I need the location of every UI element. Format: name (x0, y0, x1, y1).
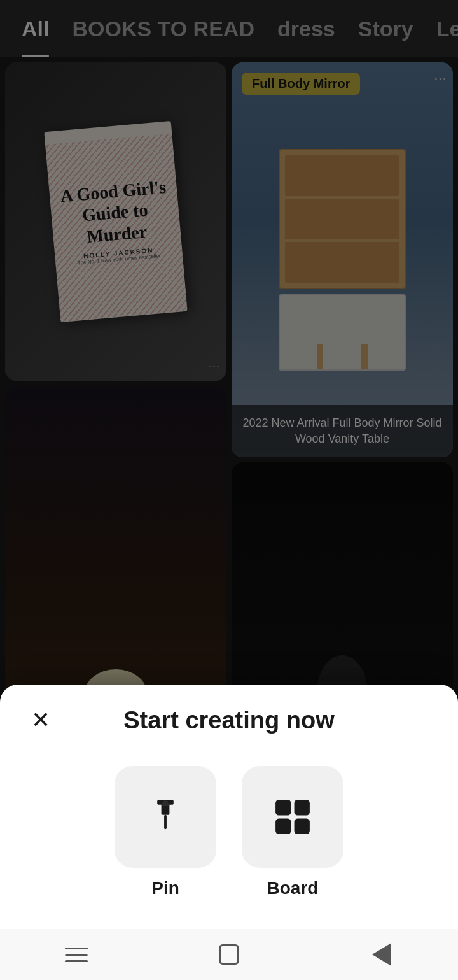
bottom-sheet: ✕ Start creating now Pin (0, 685, 458, 929)
sheet-title: Start creating now (56, 707, 433, 734)
pin-icon-pushpin (145, 797, 186, 837)
svg-rect-4 (275, 800, 291, 815)
board-icon (272, 797, 313, 837)
board-label: Board (267, 878, 319, 898)
hamburger-icon (65, 948, 88, 962)
back-button[interactable] (363, 935, 401, 974)
hamburger-line-3 (65, 960, 88, 962)
hamburger-line-1 (65, 948, 88, 949)
square-icon (219, 944, 239, 965)
svg-rect-5 (295, 800, 310, 815)
board-action-item[interactable]: Board (242, 766, 344, 898)
svg-rect-7 (295, 819, 310, 834)
action-buttons: Pin Board (25, 766, 433, 898)
triangle-icon (372, 943, 391, 966)
close-button[interactable]: ✕ (25, 705, 56, 735)
system-nav-bar (0, 929, 458, 980)
svg-rect-6 (275, 819, 291, 834)
home-button[interactable] (210, 935, 248, 974)
pin-icon-box[interactable] (114, 766, 216, 868)
svg-rect-2 (164, 815, 167, 829)
hamburger-line-2 (65, 954, 88, 956)
pin-action-item[interactable]: Pin (114, 766, 216, 898)
close-icon: ✕ (31, 709, 50, 732)
hamburger-button[interactable] (57, 935, 95, 974)
bottom-sheet-header: ✕ Start creating now (25, 705, 433, 735)
board-icon-box[interactable] (242, 766, 344, 868)
pin-label: Pin (151, 878, 179, 898)
